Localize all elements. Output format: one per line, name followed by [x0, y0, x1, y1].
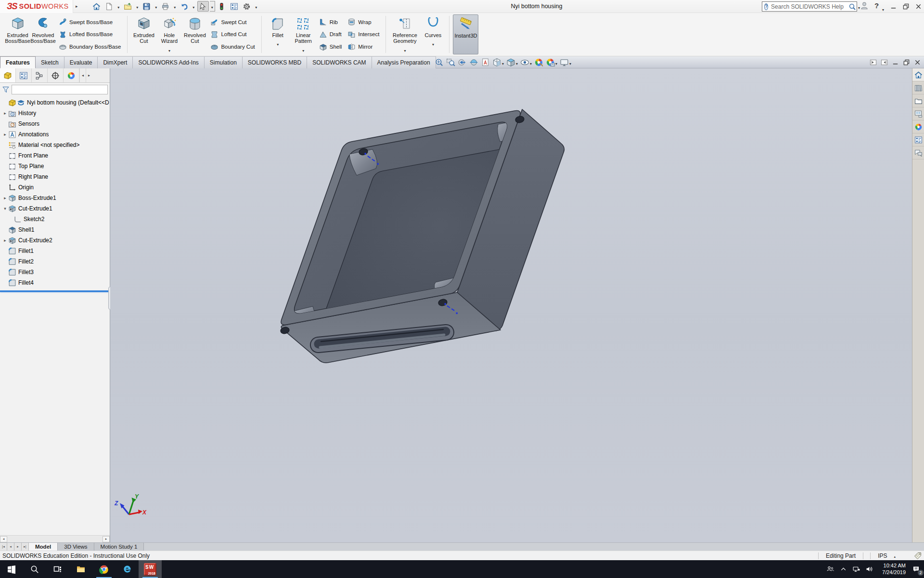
tree-item-history[interactable]: History	[0, 108, 110, 118]
network-button[interactable]	[850, 560, 863, 578]
tab-scroll-left-icon[interactable]	[79, 68, 86, 82]
internet-explorer-button[interactable]	[116, 560, 139, 578]
start-button[interactable]	[0, 560, 23, 578]
draft-button[interactable]: Draft	[317, 29, 344, 39]
home-button[interactable]	[91, 1, 103, 12]
help-search-box[interactable]	[762, 1, 857, 12]
expand-arrow-icon[interactable]	[2, 132, 8, 137]
tab-evaluate[interactable]: Evaluate	[64, 56, 98, 68]
chevron-down-icon[interactable]	[432, 39, 434, 48]
open-button[interactable]	[122, 1, 134, 12]
rebuild-button[interactable]	[216, 1, 228, 12]
chevron-down-icon[interactable]	[277, 39, 279, 48]
filter-funnel-icon[interactable]	[2, 86, 10, 93]
tree-item-cut-extrude1[interactable]: Cut-Extrude1	[0, 203, 110, 214]
fillet-button[interactable]: Fillet	[265, 14, 291, 54]
doc-close-icon[interactable]	[914, 59, 921, 66]
collapse-pane-left-icon[interactable]	[870, 59, 877, 66]
zoom-to-area-button[interactable]	[446, 58, 455, 67]
edit-appearance-button[interactable]	[534, 58, 543, 67]
revolved-boss-base-button[interactable]: Revolved Boss/Base	[30, 14, 56, 54]
new-document-button[interactable]	[103, 1, 115, 12]
section-view-button[interactable]	[469, 58, 478, 67]
extruded-cut-button[interactable]: Extruded Cut	[131, 14, 156, 54]
open-dropdown[interactable]	[135, 1, 140, 12]
graphics-viewport[interactable]: Z Y X	[110, 68, 912, 542]
tree-item-right-plane[interactable]: Right Plane	[0, 171, 110, 182]
tab-features[interactable]: Features	[0, 56, 36, 68]
lofted-boss-base-button[interactable]: Lofted Boss/Base	[57, 29, 123, 39]
search-icon[interactable]	[848, 3, 856, 11]
apply-scene-button[interactable]	[546, 58, 557, 67]
undo-dropdown[interactable]	[191, 1, 196, 12]
tree-item-sensors[interactable]: Sensors	[0, 118, 110, 129]
help-dropdown-icon[interactable]	[882, 4, 884, 13]
collapse-pane-right-icon[interactable]	[881, 59, 888, 66]
instant3d-button[interactable]: Instant3D	[453, 14, 478, 54]
select-tool-dropdown[interactable]	[210, 1, 215, 12]
chevron-down-icon[interactable]	[502, 58, 504, 67]
dimxpertmanager-tab[interactable]	[48, 68, 64, 82]
swept-cut-button[interactable]: Swept Cut	[208, 17, 257, 27]
view-orientation-button[interactable]	[492, 58, 504, 67]
chrome-button[interactable]	[92, 560, 116, 578]
hole-wizard-button[interactable]: Hole Wizard	[156, 14, 182, 54]
hide-show-items-button[interactable]	[520, 58, 532, 67]
task-view-button[interactable]	[46, 560, 69, 578]
tree-item-fillet3[interactable]: Fillet3	[0, 267, 110, 277]
people-button[interactable]	[824, 560, 837, 578]
tab-sketch[interactable]: Sketch	[36, 56, 64, 68]
rollback-bar[interactable]	[0, 290, 110, 292]
file-explorer-button[interactable]	[912, 94, 924, 107]
zoom-to-fit-button[interactable]	[435, 58, 444, 67]
action-center-button[interactable]: 2	[908, 560, 924, 578]
boundary-boss-base-button[interactable]: Boundary Boss/Base	[57, 42, 123, 52]
taskbar-clock[interactable]: 10:42 AM 7/24/2019	[876, 563, 908, 576]
wrap-button[interactable]: Wrap	[346, 17, 381, 27]
shell-button[interactable]: Shell	[317, 42, 344, 52]
new-document-dropdown[interactable]	[116, 1, 121, 12]
lofted-cut-button[interactable]: Lofted Cut	[208, 29, 257, 39]
chevron-down-icon[interactable]	[168, 45, 170, 54]
last-tab-button[interactable]	[22, 543, 29, 551]
chevron-down-icon[interactable]	[569, 58, 571, 67]
rib-button[interactable]: Rib	[317, 17, 344, 27]
toolbar-flyout-arrow-icon[interactable]	[73, 0, 80, 13]
previous-tab-button[interactable]	[7, 543, 14, 551]
displaymanager-tab[interactable]	[64, 68, 79, 82]
first-tab-button[interactable]	[0, 543, 7, 551]
tab-model[interactable]: Model	[29, 543, 58, 551]
help-button[interactable]	[874, 1, 879, 10]
solidworks-forum-button[interactable]	[912, 146, 924, 159]
tag-icon[interactable]	[914, 552, 922, 560]
select-tool-button[interactable]	[197, 1, 209, 12]
panel-horizontal-scrollbar[interactable]	[0, 535, 110, 542]
reference-geometry-button[interactable]: Reference Geometry	[389, 14, 420, 54]
chevron-down-icon[interactable]	[404, 45, 406, 54]
print-dropdown[interactable]	[172, 1, 178, 12]
appearances-button[interactable]	[912, 120, 924, 133]
taskpane-home-button[interactable]	[912, 68, 924, 81]
search-input[interactable]	[770, 3, 847, 11]
collapse-arrow-icon[interactable]	[2, 206, 8, 211]
tab-scroll-right-icon[interactable]	[86, 68, 92, 82]
tree-item-top-plane[interactable]: Top Plane	[0, 161, 110, 171]
tree-item-material[interactable]: Material <not specified>	[0, 140, 110, 150]
tree-item-fillet2[interactable]: Fillet2	[0, 256, 110, 267]
scroll-right-icon[interactable]	[103, 536, 110, 542]
tree-filter-input[interactable]	[12, 85, 108, 94]
tab-motion-study-1[interactable]: Motion Study 1	[94, 543, 144, 551]
custom-properties-button[interactable]	[912, 133, 924, 146]
previous-view-button[interactable]	[458, 58, 467, 67]
annotation-view-button[interactable]	[481, 58, 490, 67]
display-style-button[interactable]	[506, 58, 518, 67]
restore-button[interactable]	[900, 1, 911, 12]
solidworks-taskbar-button[interactable]: SW 2018	[139, 560, 162, 578]
chevron-down-icon[interactable]	[530, 58, 532, 67]
file-properties-button[interactable]	[229, 1, 240, 12]
taskbar-search-button[interactable]	[23, 560, 46, 578]
tree-item-fillet1[interactable]: Fillet1	[0, 246, 110, 256]
tree-item-sketch2[interactable]: Sketch2	[0, 214, 110, 224]
tab-solidworks-cam[interactable]: SOLIDWORKS CAM	[307, 56, 372, 68]
tab-dimxpert[interactable]: DimXpert	[98, 56, 133, 68]
